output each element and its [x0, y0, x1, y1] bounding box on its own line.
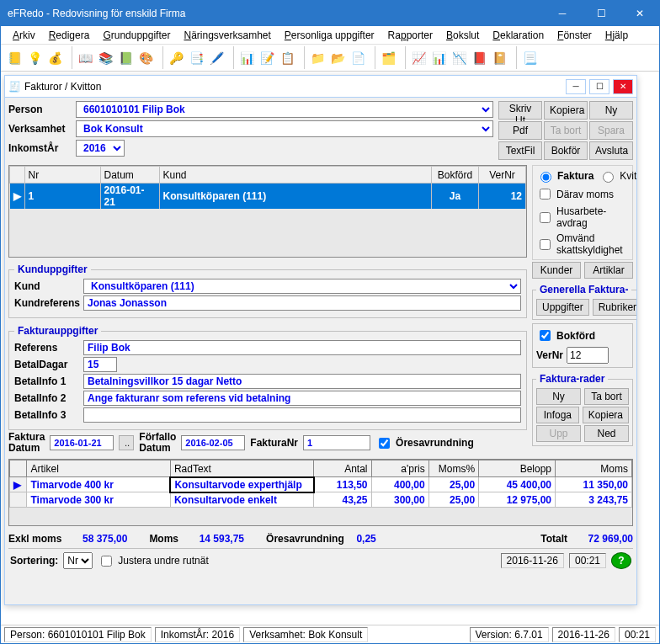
- toolbar-icon[interactable]: 📝: [257, 48, 277, 68]
- radio-faktura: [540, 172, 551, 183]
- menu-grunduppgifter[interactable]: Grunduppgifter: [98, 28, 175, 43]
- toolbar-icon[interactable]: 🖊️: [206, 48, 226, 68]
- statusbar: Person: 6601010101 Filip Bok InkomstÅr: …: [1, 625, 659, 643]
- toolbar-icon[interactable]: 📚: [95, 48, 115, 68]
- select-sortering[interactable]: Nr: [63, 552, 93, 569]
- invoice-grid[interactable]: Nr Datum Kund Bokförd VerNr ▶ 1 201: [8, 165, 527, 258]
- menu-personliga[interactable]: Personliga uppgifter: [279, 28, 380, 43]
- btn-kunder[interactable]: Kunder: [532, 262, 581, 279]
- toolbar-icon[interactable]: 📊: [428, 48, 449, 68]
- toolbar-icon[interactable]: 📊: [237, 48, 257, 68]
- col-kund[interactable]: Kund: [159, 167, 432, 184]
- totals-bar: Exkl moms 58 375,00 Moms 14 593,75 Öresa…: [8, 531, 633, 546]
- toolbar-icon[interactable]: 📑: [186, 48, 206, 68]
- toolbar-icon[interactable]: 📁: [307, 48, 327, 68]
- toolbar-icon[interactable]: 📉: [449, 48, 469, 68]
- btn-uppgifter[interactable]: Uppgifter: [536, 299, 589, 316]
- btn-rad-ny[interactable]: Ny: [536, 388, 581, 405]
- action-buttons: Skriv Ut Kopiera Ny Pdf Ta bort Spara Te…: [498, 101, 633, 160]
- col-nr[interactable]: Nr: [24, 167, 100, 184]
- mdi-maximize[interactable]: ☐: [589, 79, 609, 94]
- btn-skrivut[interactable]: Skriv Ut: [498, 101, 542, 120]
- toolbar-icon[interactable]: 📕: [469, 48, 489, 68]
- toolbar-icon[interactable]: 💰: [45, 48, 65, 68]
- lines-grid[interactable]: Artikel RadText Antal a'pris Moms% Belop…: [8, 459, 633, 526]
- fieldset-generella: Generella Faktura- Uppgifter Rubriker: [532, 284, 636, 320]
- menu-redigera[interactable]: Redigera: [44, 28, 95, 43]
- menu-naringsverksamhet[interactable]: Näringsverksamhet: [178, 28, 275, 43]
- mdi-minimize[interactable]: ─: [566, 79, 586, 94]
- toolbar-icon[interactable]: 📄: [348, 48, 368, 68]
- window-minimize-button[interactable]: ─: [543, 1, 582, 26]
- toolbar-icon[interactable]: 📂: [327, 48, 348, 68]
- toolbar-icon[interactable]: 🎨: [136, 48, 156, 68]
- line-row[interactable]: ▶ Timarvode 400 kr Konsultarvode experth…: [10, 477, 632, 492]
- input-betaldagar[interactable]: [83, 357, 117, 372]
- menu-rapporter[interactable]: Rapporter: [383, 28, 438, 43]
- select-inkomstar[interactable]: 2016: [76, 140, 125, 157]
- input-betalinfo3[interactable]: [83, 407, 521, 423]
- select-kund[interactable]: Konsultköparen (111): [83, 279, 521, 294]
- btn-rubriker[interactable]: Rubriker: [593, 299, 636, 316]
- chk-husarbete: [540, 212, 551, 223]
- toolbar-icon[interactable]: 🔑: [166, 48, 186, 68]
- toolbar-icon[interactable]: 📔: [489, 48, 509, 68]
- btn-kopiera[interactable]: Kopiera: [544, 101, 588, 120]
- label-inkomstar: InkomstÅr: [8, 142, 76, 154]
- btn-date-picker[interactable]: ..: [119, 435, 134, 450]
- col-datum[interactable]: Datum: [100, 167, 159, 184]
- toolbar-icon[interactable]: 🗂️: [378, 48, 398, 68]
- btn-tabort[interactable]: Ta bort: [544, 121, 588, 140]
- window-close-button[interactable]: ✕: [620, 1, 659, 26]
- line-row[interactable]: Timarvode 300 kr Konsultarvode enkelt 43…: [10, 492, 632, 508]
- btn-rad-tabort[interactable]: Ta bort: [584, 388, 629, 405]
- window-maximize-button[interactable]: ☐: [582, 1, 620, 26]
- bottom-bar: Sortering: Nr Justera undre rutnät 2016-…: [8, 548, 633, 572]
- toolbar-icon[interactable]: 📒: [4, 48, 24, 68]
- col-vernr[interactable]: VerNr: [479, 167, 526, 184]
- select-person[interactable]: 6601010101 Filip Bok: [76, 101, 493, 118]
- btn-rad-ned[interactable]: Ned: [584, 425, 629, 442]
- toolbar-icon[interactable]: 📗: [115, 48, 136, 68]
- chk-omvand: [540, 239, 551, 250]
- input-betalinfo2[interactable]: [83, 391, 521, 406]
- toolbar-icon[interactable]: 💡: [24, 48, 45, 68]
- chk-oresavrundning: [379, 438, 390, 449]
- menu-hjalp[interactable]: Hjälp: [600, 28, 633, 43]
- toolbar-icon[interactable]: 📈: [408, 48, 428, 68]
- radio-kvitto: [603, 172, 614, 183]
- invoice-row[interactable]: ▶ 1 2016-01-21 Konsultköparen (111) Ja 1…: [10, 184, 526, 210]
- toolbar-icon[interactable]: 📃: [519, 48, 540, 68]
- mdi-close[interactable]: ✕: [613, 79, 633, 94]
- btn-pdf[interactable]: Pdf: [498, 121, 542, 140]
- app-title: eFRedo - Redovisning för enskild Firma: [8, 8, 543, 19]
- input-kundreferens[interactable]: [83, 295, 521, 311]
- status-time: 00:21: [619, 627, 656, 642]
- input-forfallodatum[interactable]: [181, 435, 245, 450]
- menu-arkiv[interactable]: Arkiv: [8, 28, 40, 43]
- col-bokford[interactable]: Bokförd: [432, 167, 479, 184]
- btn-spara[interactable]: Spara: [589, 121, 633, 140]
- help-button[interactable]: ?: [611, 552, 631, 569]
- btn-rad-infoga[interactable]: Infoga: [536, 407, 579, 423]
- btn-ny[interactable]: Ny: [589, 101, 633, 120]
- btn-artiklar[interactable]: Artiklar: [584, 262, 633, 279]
- btn-textfil[interactable]: TextFil: [498, 141, 542, 160]
- menu-deklaration[interactable]: Deklaration: [487, 28, 549, 43]
- input-referens[interactable]: [83, 340, 521, 355]
- input-vernr[interactable]: [567, 347, 609, 364]
- menu-fonster[interactable]: Fönster: [552, 28, 597, 43]
- btn-rad-upp[interactable]: Upp: [536, 425, 581, 442]
- status-inkomstar: InkomstÅr: 2016: [155, 627, 240, 642]
- toolbar-icon[interactable]: 📋: [277, 48, 297, 68]
- btn-bokfor[interactable]: Bokför: [544, 141, 588, 160]
- select-verksamhet[interactable]: Bok Konsult: [76, 120, 493, 137]
- menu-bokslut[interactable]: Bokslut: [441, 28, 484, 43]
- btn-avsluta[interactable]: Avsluta: [589, 141, 633, 160]
- chk-bokford: [540, 330, 551, 341]
- btn-rad-kopiera[interactable]: Kopiera: [583, 407, 629, 423]
- input-fakturanr[interactable]: [303, 435, 370, 450]
- input-betalinfo1[interactable]: [83, 374, 521, 389]
- toolbar-icon[interactable]: 📖: [75, 48, 95, 68]
- input-fakturadatum[interactable]: [50, 435, 114, 450]
